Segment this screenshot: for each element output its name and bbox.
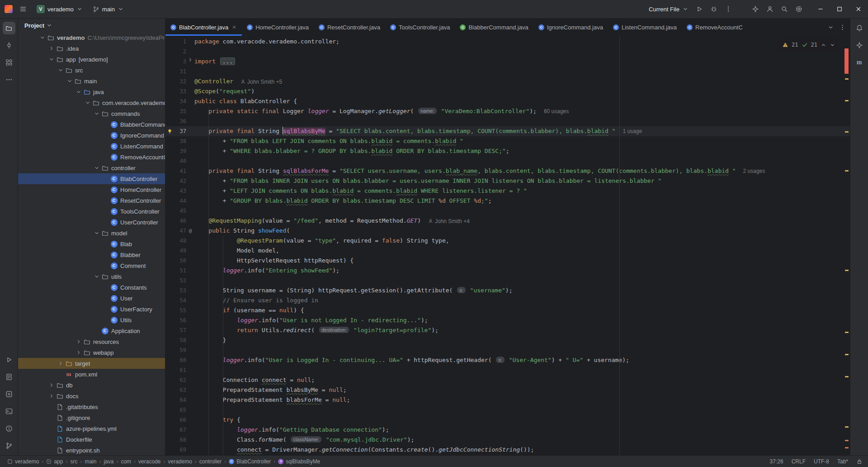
line-number[interactable]: 68 [174, 435, 186, 445]
tab-blabcontroller-java[interactable]: CBlabController.java [165, 19, 242, 36]
tree-item-comment[interactable]: CComment [18, 260, 165, 271]
code-line-46[interactable]: 46 @RequestMapping(value = "/feed", meth… [165, 216, 850, 226]
chevron-down-icon[interactable] [75, 88, 82, 95]
line-number[interactable]: 3 [174, 57, 186, 67]
code-line-35[interactable]: 35 private static final Logger logger = … [165, 106, 850, 116]
tree-item-idea[interactable]: .idea [18, 43, 165, 54]
project-selector[interactable]: V verademo [33, 3, 86, 15]
line-number[interactable]: 66 [174, 415, 186, 425]
more-tools-button[interactable] [3, 73, 15, 86]
breadcrumb-item-verademo[interactable]: verademo [166, 458, 193, 465]
run-button[interactable] [693, 3, 706, 15]
problems-tool-button[interactable] [3, 422, 15, 435]
line-number[interactable]: 41 [174, 166, 186, 176]
tree-item-blabbercommand[interactable]: CBlabberCommand [18, 119, 165, 130]
line-number[interactable]: 61 [174, 365, 186, 375]
tree-item-constants[interactable]: CConstants [18, 282, 165, 293]
code-line-60[interactable]: 60 logger.info("User is Logged In - cont… [165, 355, 850, 365]
tab-blabbercommand-java[interactable]: CBlabberCommand.java [455, 19, 533, 36]
line-number[interactable]: 53 [174, 286, 186, 295]
run-configuration-selector[interactable]: Current File [646, 3, 692, 15]
annotation-gutter-icon[interactable]: @ [186, 226, 194, 236]
next-problem-button[interactable] [830, 42, 835, 48]
line-number[interactable]: 34 [174, 96, 186, 106]
project-panel-header[interactable]: Project [18, 19, 165, 32]
chevron-down-icon[interactable] [48, 56, 55, 63]
tab-options-button[interactable] [836, 19, 848, 36]
close-tab-icon[interactable] [231, 24, 237, 30]
tree-item-blabcontroller[interactable]: CBlabController [18, 173, 165, 184]
line-number[interactable]: 48 [174, 236, 186, 246]
line-number[interactable]: 64 [174, 395, 186, 405]
chevron-down-icon[interactable] [66, 77, 73, 85]
breadcrumb-item-verademo[interactable]: verademo [5, 458, 41, 465]
chevron-right-icon[interactable] [75, 349, 82, 356]
previous-problem-button[interactable] [821, 42, 826, 48]
tree-item-webapp[interactable]: webapp [18, 347, 165, 358]
tree-item-db[interactable]: db [18, 380, 165, 391]
branch-selector[interactable]: main [90, 3, 127, 15]
main-menu-button[interactable] [16, 3, 30, 15]
code-line-33[interactable]: 33@Scope("request") [165, 86, 850, 96]
tree-item-resetcontroller[interactable]: CResetController [18, 195, 165, 206]
line-number[interactable]: 42 [174, 176, 186, 186]
tree-item-utils[interactable]: utils [18, 271, 165, 282]
chevron-right-icon[interactable] [48, 45, 55, 52]
code-line-59[interactable]: 59 [165, 345, 850, 355]
breadcrumb-item-src[interactable]: src [68, 458, 79, 465]
code-editor[interactable]: 1package com.veracode.verademo.controlle… [165, 36, 850, 455]
tree-item-target[interactable]: target [18, 358, 165, 369]
code-line-42[interactable]: 42 + "FROM blabs INNER JOIN users ON bla… [165, 176, 850, 186]
tree-item-commands[interactable]: commands [18, 108, 165, 119]
code-line-52[interactable]: 52 [165, 276, 850, 286]
ai-assistant-button[interactable] [749, 3, 762, 15]
commit-tool-button[interactable] [3, 39, 15, 52]
line-number[interactable]: 58 [174, 335, 186, 345]
services-tool-button[interactable] [3, 388, 15, 400]
tree-item-com-veracode-verademo[interactable]: com.veracode.verademo [18, 97, 165, 108]
tab-listencommand-java[interactable]: CListenCommand.java [608, 19, 682, 36]
line-separator-widget[interactable]: CRLF [792, 458, 806, 465]
tree-item-app[interactable]: app[verademo] [18, 54, 165, 65]
code-line-49[interactable]: 49 Model model, [165, 246, 850, 256]
chevron-right-icon[interactable] [48, 381, 55, 389]
line-number[interactable]: 45 [174, 206, 186, 216]
code-line-53[interactable]: 53 String username = (String) httpReques… [165, 286, 850, 295]
tree-item-listencommand[interactable]: CListenCommand [18, 141, 165, 152]
code-line-43[interactable]: 43 + "LEFT JOIN comments ON blabs.blabid… [165, 186, 850, 196]
line-number[interactable]: 2 [174, 47, 186, 57]
tree-item-controller[interactable]: controller [18, 162, 165, 173]
code-line-56[interactable]: 56 logger.info("User is not Logged In - … [165, 315, 850, 325]
tree-item-user[interactable]: CUser [18, 293, 165, 304]
line-number[interactable]: 62 [174, 375, 186, 385]
line-number[interactable]: 60 [174, 355, 186, 365]
tree-item-pom-xml[interactable]: mpom.xml [18, 369, 165, 380]
line-number[interactable]: 35 [174, 106, 186, 116]
todo-tool-button[interactable] [3, 371, 15, 383]
tree-item-gitattributes[interactable]: .gitattributes [18, 401, 165, 412]
chevron-right-icon[interactable] [75, 338, 82, 345]
tree-item-azure-pipelines-yml[interactable]: azure-pipelines.yml [18, 423, 165, 434]
code-line-66[interactable]: 66 try { [165, 415, 850, 425]
tree-item-src[interactable]: src [18, 65, 165, 76]
line-number[interactable]: 55 [174, 305, 186, 315]
debug-button[interactable] [707, 3, 721, 15]
line-number[interactable]: 37 [174, 126, 186, 136]
encoding-widget[interactable]: UTF-8 [814, 458, 829, 465]
line-number[interactable]: 40 [174, 156, 186, 166]
search-everywhere-button[interactable] [778, 3, 791, 15]
line-number[interactable]: 36 [174, 116, 186, 126]
code-line-40[interactable]: 40 [165, 156, 850, 166]
tab-ignorecommand-java[interactable]: CIgnoreCommand.java [533, 19, 608, 36]
line-number[interactable]: 50 [174, 256, 186, 266]
breadcrumb-item-blabcontroller[interactable]: CBlabController [227, 458, 273, 465]
tree-item-utils[interactable]: CUtils [18, 315, 165, 325]
code-line-58[interactable]: 58 } [165, 335, 850, 345]
notifications-bell-icon[interactable] [853, 22, 866, 34]
settings-button[interactable] [792, 3, 806, 15]
version-control-tool-button[interactable] [3, 439, 15, 452]
terminal-tool-button[interactable] [3, 405, 15, 418]
error-stripe[interactable] [844, 36, 850, 455]
tree-item-blabber[interactable]: CBlabber [18, 249, 165, 260]
run-tool-button[interactable] [3, 353, 15, 366]
